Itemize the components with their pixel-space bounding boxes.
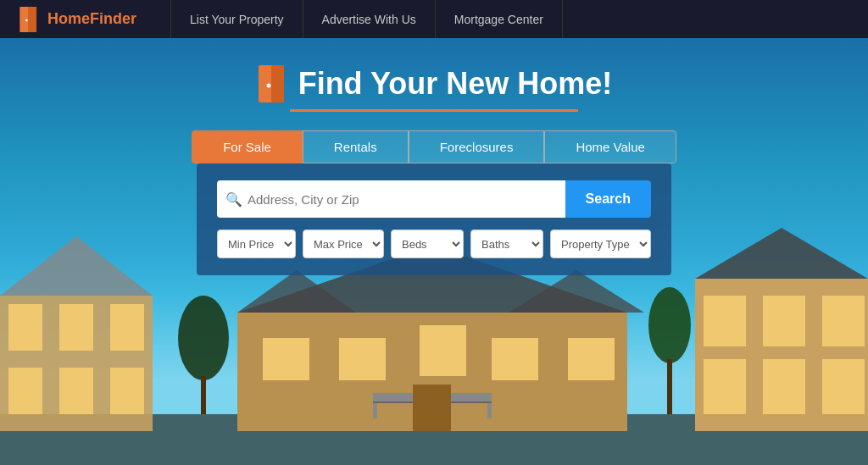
logo[interactable]: HomeFinder bbox=[17, 6, 136, 33]
nav-mortgage[interactable]: Mortgage Center bbox=[436, 0, 563, 38]
svg-rect-9 bbox=[59, 368, 93, 414]
svg-point-36 bbox=[648, 287, 691, 363]
hero-title-area: Find Your New Home! bbox=[256, 64, 613, 104]
svg-rect-29 bbox=[822, 296, 865, 346]
tab-foreclosures[interactable]: Foreclosures bbox=[409, 130, 545, 163]
svg-rect-39 bbox=[271, 65, 284, 102]
svg-marker-11 bbox=[0, 236, 153, 296]
svg-rect-7 bbox=[110, 304, 144, 351]
logo-icon bbox=[17, 6, 41, 33]
svg-rect-5 bbox=[8, 304, 42, 351]
svg-rect-37 bbox=[667, 359, 672, 414]
svg-rect-27 bbox=[704, 296, 746, 346]
hero-content: Find Your New Home! For Sale Rentals For… bbox=[192, 38, 676, 275]
svg-rect-28 bbox=[763, 296, 805, 346]
search-button[interactable]: Search bbox=[565, 180, 651, 218]
baths-select[interactable]: Baths 1+2+3+ bbox=[470, 230, 543, 258]
logo-text: HomeFinder bbox=[47, 10, 136, 28]
svg-rect-30 bbox=[704, 359, 746, 414]
svg-rect-35 bbox=[201, 376, 206, 414]
svg-rect-16 bbox=[263, 338, 309, 380]
tab-home-value[interactable]: Home Value bbox=[544, 130, 676, 163]
min-price-select[interactable]: Min Price $50K$100K$200K$300K bbox=[217, 230, 296, 258]
search-input-wrapper: 🔍 bbox=[217, 180, 565, 218]
svg-rect-22 bbox=[373, 393, 377, 418]
tab-rentals[interactable]: Rentals bbox=[303, 130, 409, 163]
logo-home: Home bbox=[47, 10, 90, 27]
search-box-area: 🔍 Search Min Price $50K$100K$200K$300K M… bbox=[197, 163, 671, 275]
svg-rect-18 bbox=[420, 325, 466, 376]
svg-marker-33 bbox=[695, 228, 868, 279]
logo-finder: Finder bbox=[90, 10, 136, 27]
nav-list-property[interactable]: List Your Property bbox=[170, 0, 303, 38]
svg-rect-19 bbox=[492, 338, 538, 380]
svg-rect-31 bbox=[763, 359, 805, 414]
svg-rect-23 bbox=[487, 393, 492, 418]
filter-row: Min Price $50K$100K$200K$300K Max Price … bbox=[217, 230, 651, 258]
hero-title: Find Your New Home! bbox=[298, 66, 613, 102]
navbar: HomeFinder List Your Property Advertise … bbox=[0, 0, 868, 38]
search-input-row: 🔍 Search bbox=[217, 180, 651, 218]
door-icon bbox=[256, 64, 288, 104]
svg-point-40 bbox=[266, 84, 270, 88]
svg-rect-17 bbox=[339, 338, 386, 380]
svg-point-34 bbox=[178, 296, 229, 380]
property-type-select[interactable]: Property Type HouseCondoTownhouse bbox=[550, 230, 651, 258]
address-search-input[interactable] bbox=[248, 192, 557, 207]
nav-advertise[interactable]: Advertise With Us bbox=[303, 0, 436, 38]
title-underline bbox=[290, 109, 578, 112]
search-icon: 🔍 bbox=[225, 191, 242, 208]
svg-rect-1 bbox=[28, 6, 36, 31]
nav-links: List Your Property Advertise With Us Mor… bbox=[170, 0, 563, 38]
hero-section: Find Your New Home! For Sale Rentals For… bbox=[0, 38, 868, 465]
svg-rect-6 bbox=[59, 304, 93, 351]
max-price-select[interactable]: Max Price $100K$200K$300K$500K bbox=[303, 230, 384, 258]
svg-rect-20 bbox=[568, 338, 615, 380]
svg-point-2 bbox=[25, 19, 28, 21]
svg-rect-8 bbox=[8, 368, 42, 414]
search-tabs: For Sale Rentals Foreclosures Home Value bbox=[192, 130, 676, 163]
svg-rect-10 bbox=[110, 368, 144, 414]
beds-select[interactable]: Beds 1+2+3+4+ bbox=[391, 230, 464, 258]
svg-rect-25 bbox=[413, 385, 451, 431]
svg-rect-32 bbox=[822, 359, 865, 414]
tab-for-sale[interactable]: For Sale bbox=[192, 130, 303, 163]
